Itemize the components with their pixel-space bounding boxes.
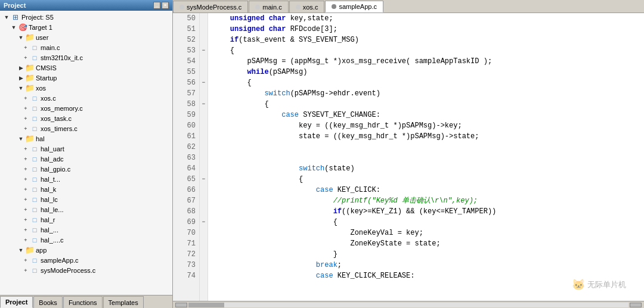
tree-item-hal4[interactable]: + □ hal_t...	[0, 174, 172, 184]
expand-icon[interactable]: +	[21, 155, 30, 163]
expand-icon[interactable]: +	[21, 94, 30, 102]
expand-icon[interactable]: ▼	[2, 13, 11, 21]
tree-item-xos-task[interactable]: + □ xos_task.c	[0, 113, 172, 123]
line-num: 68	[173, 206, 199, 217]
expand-icon[interactable]: +	[21, 54, 30, 62]
tree-item-hal1[interactable]: + □ hal_uart	[0, 144, 172, 154]
line-num: 54	[173, 56, 199, 67]
tree-item-cmsis[interactable]: ▶ 📁 CMSIS	[0, 63, 172, 73]
code-line-55: while(pSAPMsg)	[208, 67, 644, 77]
scroll-thumb[interactable]	[188, 303, 224, 307]
code-line-64: switch(state)	[208, 163, 644, 174]
expand-icon[interactable]: +	[21, 206, 30, 214]
tab-project[interactable]: Project	[0, 296, 33, 308]
fold-marker	[200, 56, 208, 67]
tree-item-sampleapp-c[interactable]: + □ sampleApp.c	[0, 255, 172, 265]
line-num: 64	[173, 163, 199, 174]
tab-functions[interactable]: Functions	[63, 296, 103, 308]
file-icon: □	[30, 225, 39, 235]
fold-marker[interactable]: −	[200, 174, 208, 185]
file-icon: □	[30, 124, 39, 133]
scroll-left-button[interactable]	[175, 303, 187, 307]
file-icon: □	[30, 235, 39, 245]
expand-icon[interactable]: +	[21, 114, 30, 123]
expand-icon[interactable]: +	[21, 195, 30, 204]
tree-label: hal_gpio.c	[41, 166, 70, 173]
tree-item-target1[interactable]: ▼ 🎯 Target 1	[0, 22, 172, 32]
tab-sysmodeprocess[interactable]: sysModeProcess.c	[173, 1, 248, 13]
file-icon: □	[30, 144, 39, 154]
tree-item-app[interactable]: ▼ 📁 app	[0, 245, 172, 255]
expand-icon[interactable]: +	[21, 236, 30, 244]
expand-icon[interactable]: +	[21, 256, 30, 265]
tree-item-project[interactable]: ▼ ⊞ Project: S5	[0, 12, 172, 22]
tree-item-hal3[interactable]: + □ hal_gpio.c	[0, 164, 172, 174]
expand-icon[interactable]: ▶	[17, 74, 25, 82]
tree-item-user[interactable]: ▼ 📁 user	[0, 32, 172, 42]
tree-item-sysmodeprocess-c[interactable]: + □ sysModeProcess.c	[0, 265, 172, 275]
tree-item-startup[interactable]: ▶ 📁 Startup	[0, 73, 172, 83]
expand-icon[interactable]: +	[21, 104, 30, 113]
tree-item-xos-timers[interactable]: + □ xos_timers.c	[0, 123, 172, 133]
tree-label: hal_...	[41, 226, 58, 234]
fold-marker[interactable]: −	[200, 77, 208, 88]
close-button[interactable]: ×	[162, 2, 169, 9]
expand-icon[interactable]: ▼	[17, 135, 25, 143]
tree-item-xos[interactable]: ▼ 📁 xos	[0, 83, 172, 93]
line-num: 61	[173, 131, 199, 142]
expand-icon[interactable]: ▶	[17, 64, 25, 72]
expand-icon[interactable]: +	[21, 216, 30, 224]
tab-xos[interactable]: xos.c	[289, 1, 325, 13]
folder-icon: 📁	[25, 73, 35, 83]
fold-marker	[200, 88, 208, 99]
expand-icon[interactable]: +	[21, 165, 30, 173]
minimize-button[interactable]: _	[153, 2, 160, 9]
line-num: 72	[173, 249, 199, 260]
code-content[interactable]: unsigned char key,state; unsigned char R…	[208, 13, 644, 301]
tab-books[interactable]: Books	[33, 296, 63, 308]
tab-label-sysmodeprocess: sysModeProcess.c	[187, 4, 242, 11]
tree-item-hal5[interactable]: + □ hal_k	[0, 184, 172, 194]
tree-item-hal6[interactable]: + □ hal_lc	[0, 194, 172, 204]
tree-item-stm32-c[interactable]: + □ stm32f10x_it.c	[0, 52, 172, 63]
tree-item-xos-c[interactable]: + □ xos.c	[0, 93, 172, 103]
expand-icon[interactable]: +	[21, 43, 30, 52]
tree-item-hal[interactable]: ▼ 📁 hal	[0, 133, 172, 144]
folder-icon: 📁	[25, 134, 35, 144]
tree-item-hal10[interactable]: + □ hal_....c	[0, 235, 172, 245]
fold-marker[interactable]: −	[200, 45, 208, 56]
expand-icon[interactable]: +	[21, 145, 30, 153]
expand-icon[interactable]: +	[21, 185, 30, 194]
scroll-track[interactable]	[188, 303, 628, 307]
tree-item-hal8[interactable]: + □ hal_r	[0, 214, 172, 225]
file-icon: □	[30, 43, 39, 52]
code-line-63	[208, 153, 644, 163]
line-num: 74	[173, 270, 199, 281]
tree-item-xos-memory[interactable]: + □ xos_memory.c	[0, 103, 172, 113]
tree-item-hal9[interactable]: + □ hal_...	[0, 225, 172, 235]
expand-icon[interactable]: +	[21, 266, 30, 275]
tab-templates[interactable]: Templates	[103, 296, 144, 308]
fold-marker[interactable]: −	[200, 217, 208, 228]
scroll-right-button[interactable]	[630, 303, 642, 307]
expand-icon[interactable]: +	[21, 226, 30, 234]
code-line-71: ZoneKeyState = state;	[208, 238, 644, 249]
expand-icon[interactable]: +	[21, 125, 30, 133]
horizontal-scrollbar[interactable]	[173, 301, 644, 308]
file-icon: □	[30, 154, 39, 164]
tab-sampleapp[interactable]: sampleApp.c	[325, 1, 383, 13]
expand-icon[interactable]: ▼	[17, 84, 25, 92]
fold-marker[interactable]: −	[200, 99, 208, 110]
line-num: 51	[173, 24, 199, 35]
editor-tab-bar: sysModeProcess.c main.c xos.c sampleApp.…	[173, 0, 644, 13]
code-line-65: {	[208, 174, 644, 185]
expand-icon[interactable]: ▼	[17, 33, 25, 42]
expand-icon[interactable]: ▼	[10, 23, 18, 32]
expand-icon[interactable]: +	[21, 175, 30, 183]
tab-main[interactable]: main.c	[249, 1, 288, 13]
code-line-59: case SYSEVT_KEY_CHANGE:	[208, 110, 644, 120]
tree-item-main-c[interactable]: + □ main.c	[0, 42, 172, 52]
expand-icon[interactable]: ▼	[17, 246, 25, 254]
tree-item-hal2[interactable]: + □ hal_adc	[0, 154, 172, 164]
tree-item-hal7[interactable]: + □ hal_le...	[0, 204, 172, 214]
